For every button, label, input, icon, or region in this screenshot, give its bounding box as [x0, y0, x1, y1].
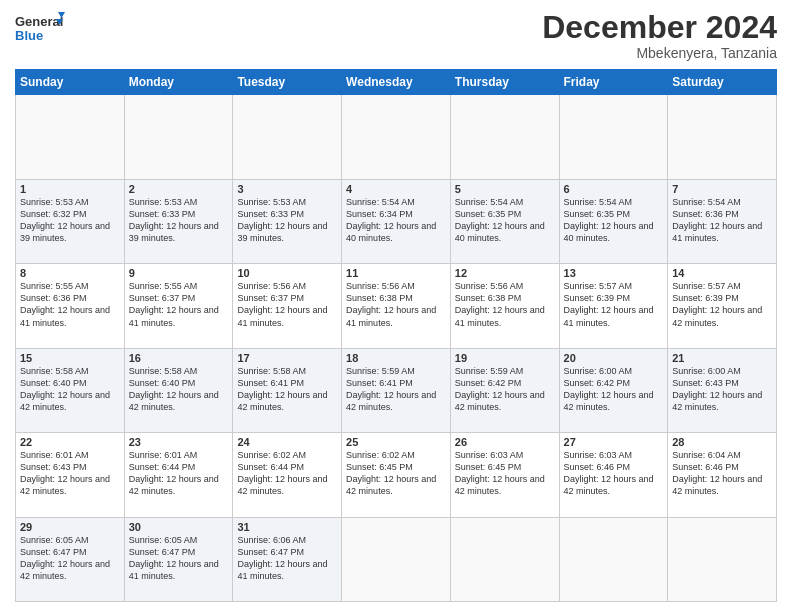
- day-number: 28: [672, 436, 772, 448]
- col-thursday: Thursday: [450, 70, 559, 95]
- day-info: Sunrise: 5:59 AMSunset: 6:42 PMDaylight:…: [455, 366, 545, 412]
- month-title: December 2024: [542, 10, 777, 45]
- calendar-cell: 17 Sunrise: 5:58 AMSunset: 6:41 PMDaylig…: [233, 348, 342, 432]
- day-info: Sunrise: 5:53 AMSunset: 6:32 PMDaylight:…: [20, 197, 110, 243]
- calendar-week-row: [16, 95, 777, 179]
- calendar-cell: 1 Sunrise: 5:53 AMSunset: 6:32 PMDayligh…: [16, 179, 125, 263]
- logo: General Blue: [15, 10, 65, 52]
- day-info: Sunrise: 5:56 AMSunset: 6:38 PMDaylight:…: [455, 281, 545, 327]
- col-wednesday: Wednesday: [342, 70, 451, 95]
- day-number: 26: [455, 436, 555, 448]
- day-info: Sunrise: 5:56 AMSunset: 6:38 PMDaylight:…: [346, 281, 436, 327]
- day-info: Sunrise: 5:54 AMSunset: 6:36 PMDaylight:…: [672, 197, 762, 243]
- day-info: Sunrise: 5:55 AMSunset: 6:36 PMDaylight:…: [20, 281, 110, 327]
- day-info: Sunrise: 6:05 AMSunset: 6:47 PMDaylight:…: [129, 535, 219, 581]
- day-number: 14: [672, 267, 772, 279]
- day-info: Sunrise: 6:03 AMSunset: 6:46 PMDaylight:…: [564, 450, 654, 496]
- calendar-cell: 27 Sunrise: 6:03 AMSunset: 6:46 PMDaylig…: [559, 433, 668, 517]
- calendar-table: Sunday Monday Tuesday Wednesday Thursday…: [15, 69, 777, 602]
- calendar-cell: [342, 517, 451, 601]
- day-number: 5: [455, 183, 555, 195]
- day-number: 8: [20, 267, 120, 279]
- day-number: 29: [20, 521, 120, 533]
- calendar-cell: 10 Sunrise: 5:56 AMSunset: 6:37 PMDaylig…: [233, 264, 342, 348]
- col-sunday: Sunday: [16, 70, 125, 95]
- day-info: Sunrise: 5:57 AMSunset: 6:39 PMDaylight:…: [672, 281, 762, 327]
- calendar-cell: 4 Sunrise: 5:54 AMSunset: 6:34 PMDayligh…: [342, 179, 451, 263]
- day-number: 10: [237, 267, 337, 279]
- day-info: Sunrise: 6:01 AMSunset: 6:44 PMDaylight:…: [129, 450, 219, 496]
- col-friday: Friday: [559, 70, 668, 95]
- calendar-cell: 12 Sunrise: 5:56 AMSunset: 6:38 PMDaylig…: [450, 264, 559, 348]
- calendar-cell: 9 Sunrise: 5:55 AMSunset: 6:37 PMDayligh…: [124, 264, 233, 348]
- calendar-cell: 7 Sunrise: 5:54 AMSunset: 6:36 PMDayligh…: [668, 179, 777, 263]
- day-info: Sunrise: 6:00 AMSunset: 6:42 PMDaylight:…: [564, 366, 654, 412]
- calendar-cell: 16 Sunrise: 5:58 AMSunset: 6:40 PMDaylig…: [124, 348, 233, 432]
- day-number: 15: [20, 352, 120, 364]
- calendar-week-row: 1 Sunrise: 5:53 AMSunset: 6:32 PMDayligh…: [16, 179, 777, 263]
- calendar-cell: 5 Sunrise: 5:54 AMSunset: 6:35 PMDayligh…: [450, 179, 559, 263]
- day-number: 3: [237, 183, 337, 195]
- col-saturday: Saturday: [668, 70, 777, 95]
- calendar-week-row: 22 Sunrise: 6:01 AMSunset: 6:43 PMDaylig…: [16, 433, 777, 517]
- calendar-week-row: 8 Sunrise: 5:55 AMSunset: 6:36 PMDayligh…: [16, 264, 777, 348]
- calendar-cell: [559, 95, 668, 179]
- day-number: 16: [129, 352, 229, 364]
- day-number: 25: [346, 436, 446, 448]
- header: General Blue December 2024 Mbekenyera, T…: [15, 10, 777, 61]
- day-info: Sunrise: 6:00 AMSunset: 6:43 PMDaylight:…: [672, 366, 762, 412]
- day-info: Sunrise: 5:53 AMSunset: 6:33 PMDaylight:…: [237, 197, 327, 243]
- day-info: Sunrise: 5:54 AMSunset: 6:34 PMDaylight:…: [346, 197, 436, 243]
- calendar-cell: [668, 95, 777, 179]
- day-info: Sunrise: 5:56 AMSunset: 6:37 PMDaylight:…: [237, 281, 327, 327]
- calendar-cell: 30 Sunrise: 6:05 AMSunset: 6:47 PMDaylig…: [124, 517, 233, 601]
- day-info: Sunrise: 5:58 AMSunset: 6:40 PMDaylight:…: [20, 366, 110, 412]
- day-number: 7: [672, 183, 772, 195]
- day-number: 23: [129, 436, 229, 448]
- calendar-cell: 15 Sunrise: 5:58 AMSunset: 6:40 PMDaylig…: [16, 348, 125, 432]
- calendar-cell: [450, 95, 559, 179]
- calendar-week-row: 29 Sunrise: 6:05 AMSunset: 6:47 PMDaylig…: [16, 517, 777, 601]
- day-info: Sunrise: 5:55 AMSunset: 6:37 PMDaylight:…: [129, 281, 219, 327]
- calendar-cell: 29 Sunrise: 6:05 AMSunset: 6:47 PMDaylig…: [16, 517, 125, 601]
- col-tuesday: Tuesday: [233, 70, 342, 95]
- calendar-week-row: 15 Sunrise: 5:58 AMSunset: 6:40 PMDaylig…: [16, 348, 777, 432]
- title-block: December 2024 Mbekenyera, Tanzania: [542, 10, 777, 61]
- day-number: 30: [129, 521, 229, 533]
- calendar-cell: 6 Sunrise: 5:54 AMSunset: 6:35 PMDayligh…: [559, 179, 668, 263]
- calendar-cell: [124, 95, 233, 179]
- day-number: 11: [346, 267, 446, 279]
- calendar-cell: 11 Sunrise: 5:56 AMSunset: 6:38 PMDaylig…: [342, 264, 451, 348]
- calendar-cell: 26 Sunrise: 6:03 AMSunset: 6:45 PMDaylig…: [450, 433, 559, 517]
- calendar-cell: 21 Sunrise: 6:00 AMSunset: 6:43 PMDaylig…: [668, 348, 777, 432]
- day-info: Sunrise: 5:54 AMSunset: 6:35 PMDaylight:…: [455, 197, 545, 243]
- calendar-cell: 20 Sunrise: 6:00 AMSunset: 6:42 PMDaylig…: [559, 348, 668, 432]
- calendar-cell: 3 Sunrise: 5:53 AMSunset: 6:33 PMDayligh…: [233, 179, 342, 263]
- day-info: Sunrise: 6:01 AMSunset: 6:43 PMDaylight:…: [20, 450, 110, 496]
- calendar-cell: 19 Sunrise: 5:59 AMSunset: 6:42 PMDaylig…: [450, 348, 559, 432]
- calendar-cell: 13 Sunrise: 5:57 AMSunset: 6:39 PMDaylig…: [559, 264, 668, 348]
- calendar-cell: [16, 95, 125, 179]
- svg-text:Blue: Blue: [15, 28, 43, 43]
- day-number: 24: [237, 436, 337, 448]
- day-number: 18: [346, 352, 446, 364]
- day-number: 13: [564, 267, 664, 279]
- calendar-cell: [450, 517, 559, 601]
- day-info: Sunrise: 6:02 AMSunset: 6:44 PMDaylight:…: [237, 450, 327, 496]
- day-number: 20: [564, 352, 664, 364]
- day-number: 19: [455, 352, 555, 364]
- day-info: Sunrise: 6:06 AMSunset: 6:47 PMDaylight:…: [237, 535, 327, 581]
- day-number: 12: [455, 267, 555, 279]
- day-number: 1: [20, 183, 120, 195]
- day-info: Sunrise: 6:02 AMSunset: 6:45 PMDaylight:…: [346, 450, 436, 496]
- logo-svg: General Blue: [15, 10, 65, 52]
- day-info: Sunrise: 5:57 AMSunset: 6:39 PMDaylight:…: [564, 281, 654, 327]
- calendar-cell: 31 Sunrise: 6:06 AMSunset: 6:47 PMDaylig…: [233, 517, 342, 601]
- calendar-cell: [668, 517, 777, 601]
- location: Mbekenyera, Tanzania: [542, 45, 777, 61]
- day-number: 22: [20, 436, 120, 448]
- calendar-cell: 25 Sunrise: 6:02 AMSunset: 6:45 PMDaylig…: [342, 433, 451, 517]
- calendar-cell: 14 Sunrise: 5:57 AMSunset: 6:39 PMDaylig…: [668, 264, 777, 348]
- calendar-cell: [559, 517, 668, 601]
- day-number: 2: [129, 183, 229, 195]
